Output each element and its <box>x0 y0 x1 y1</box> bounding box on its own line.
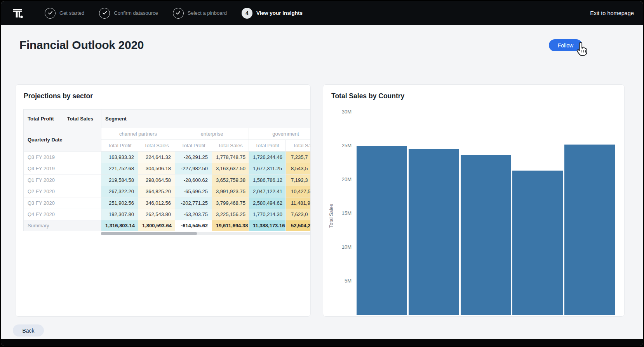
chart-panel: Total Sales by Country Total Sales 30M25… <box>323 84 625 317</box>
sub-column-header: Total Sa <box>286 140 311 152</box>
app-window: Get startedConfirm datasourceSelect a pi… <box>0 0 644 347</box>
sub-column-header: Total Sales <box>212 140 249 152</box>
table-cell[interactable]: -227,982.50 <box>175 163 212 174</box>
measure-name: Total Profit <box>28 116 54 122</box>
step-check-icon <box>173 8 184 19</box>
table-row: Q1 FY 2020219,584.58298,064.58-28,600.62… <box>24 174 311 186</box>
summary-cell[interactable]: 19,611,694.38 <box>212 220 249 231</box>
top-nav-bar: Get startedConfirm datasourceSelect a pi… <box>1 1 643 25</box>
segment-group-header: enterprise <box>175 128 249 140</box>
y-axis-tick-label: 30M <box>330 109 352 115</box>
table-cell[interactable]: 3,652,759.38 <box>212 174 249 186</box>
projections-panel: Projections by sector Total ProfitTotal … <box>15 84 311 317</box>
table-cell[interactable]: -65,696.25 <box>175 186 212 197</box>
follow-button[interactable]: Follow <box>549 39 582 51</box>
wizard-step-label: Get started <box>59 10 84 16</box>
table-cell[interactable]: 364,825.20 <box>138 186 175 197</box>
table-cell[interactable]: 1,677,311.25 <box>249 163 286 174</box>
summary-cell[interactable]: 11,388,173.16 <box>249 220 286 231</box>
sub-column-header: Total Profit <box>249 140 286 152</box>
bar-5[interactable] <box>564 145 615 315</box>
wizard-steps: Get startedConfirm datasourceSelect a pi… <box>45 1 303 25</box>
step-number: 4 <box>242 8 252 19</box>
table-row: Q4 FY 2020192,307.80262,543.80-63,203.75… <box>24 209 311 220</box>
table-cell[interactable]: 3,799,468.75 <box>212 197 249 209</box>
table-row: Q3 FY 2020251,902.56346,012.56-202,771.2… <box>24 197 311 209</box>
step-check-icon <box>45 8 56 19</box>
table-cell[interactable]: 2,047,122.41 <box>249 186 286 197</box>
table-row: Q4 FY 2019221,752.68304,506.18-227,982.5… <box>24 163 311 174</box>
table-cell[interactable]: 267,322.20 <box>101 186 138 197</box>
row-label[interactable]: Summary <box>24 220 101 231</box>
thoughtspot-logo-icon <box>11 6 25 20</box>
horizontal-scrollbar-thumb[interactable] <box>101 232 197 235</box>
table-cell[interactable]: 2,580,494.62 <box>249 197 286 209</box>
table-cell[interactable]: -63,203.75 <box>175 209 212 220</box>
table-cell[interactable]: 192,307.80 <box>101 209 138 220</box>
segment-group-header: government <box>249 128 311 140</box>
table-cell[interactable]: 3,991,923.75 <box>212 186 249 197</box>
row-label[interactable]: Q3 FY 2020 <box>24 197 101 209</box>
bar-3[interactable] <box>461 155 511 315</box>
row-label[interactable]: Q1 FY 2020 <box>24 174 101 186</box>
y-axis-tick-label: 5M <box>330 278 352 284</box>
table-cell[interactable]: 7,235,7 <box>286 152 311 163</box>
wizard-step-3[interactable]: Select a pinboard <box>173 8 227 19</box>
measure-name: Total Sales <box>67 116 94 122</box>
table-cell[interactable]: 1,586,786.12 <box>249 174 286 186</box>
y-axis-tick-label: 25M <box>330 143 352 148</box>
y-axis-tick-label: 10M <box>330 244 352 250</box>
y-axis-tick-label: 20M <box>330 176 352 182</box>
table-cell[interactable]: 10,427,5 <box>286 186 311 197</box>
table-cell[interactable]: 262,543.80 <box>138 209 175 220</box>
row-label[interactable]: Q4 FY 2019 <box>24 163 101 174</box>
table-cell[interactable]: 3,163,637.50 <box>212 163 249 174</box>
summary-cell[interactable]: 1,316,803.14 <box>101 220 138 231</box>
table-cell[interactable]: 219,584.58 <box>101 174 138 186</box>
table-cell[interactable]: 346,012.56 <box>138 197 175 209</box>
table-cell[interactable]: 221,752.68 <box>101 163 138 174</box>
table-cell[interactable]: 8,543,5 <box>286 163 311 174</box>
horizontal-scrollbar-track[interactable] <box>101 232 311 235</box>
bottom-frame-bar <box>1 339 643 346</box>
bar-4[interactable] <box>512 171 563 315</box>
table-cell[interactable]: 1,726,244.46 <box>249 152 286 163</box>
wizard-step-1[interactable]: Get started <box>45 8 84 19</box>
wizard-step-4[interactable]: 4View your insights <box>242 8 303 19</box>
row-label[interactable]: Q4 FY 2020 <box>24 209 101 220</box>
bar-1[interactable] <box>357 146 407 315</box>
bar-2[interactable] <box>409 149 459 315</box>
table-cell[interactable]: 7,192,3 <box>286 174 311 186</box>
back-button[interactable]: Back <box>13 324 44 337</box>
exit-to-homepage-link[interactable]: Exit to homepage <box>590 1 634 25</box>
table-cell[interactable]: 3,225,156.25 <box>212 209 249 220</box>
table-cell[interactable]: -28,600.62 <box>175 174 212 186</box>
table-cell[interactable]: 224,641.32 <box>138 152 175 163</box>
segment-group-header: channel partners <box>101 128 175 140</box>
sub-column-header: Total Sales <box>138 140 175 152</box>
sub-column-header: Total Profit <box>101 140 138 152</box>
wizard-step-2[interactable]: Confirm datasource <box>99 8 158 19</box>
segment-column-header: Segment <box>101 110 311 128</box>
wizard-step-label: Confirm datasource <box>114 10 158 16</box>
table-cell[interactable]: 298,064.58 <box>138 174 175 186</box>
table-cell[interactable]: 11,481,9 <box>286 197 311 209</box>
projections-pivot-table: Total ProfitTotal SalesSegmentQuarterly … <box>23 109 311 231</box>
table-cell[interactable]: 7,623,0 <box>286 209 311 220</box>
summary-cell[interactable]: 1,800,593.64 <box>138 220 175 231</box>
summary-cell[interactable]: 52,504,2 <box>286 220 311 231</box>
table-cell[interactable]: -26,291.25 <box>175 152 212 163</box>
table-cell[interactable]: 163,933.32 <box>101 152 138 163</box>
table-row: Q3 FY 2019163,933.32224,641.32-26,291.25… <box>24 152 311 163</box>
row-label[interactable]: Q3 FY 2019 <box>24 152 101 163</box>
table-cell[interactable]: 304,506.18 <box>138 163 175 174</box>
sub-column-header: Total Profit <box>175 140 212 152</box>
panel-title-projections: Projections by sector <box>24 92 93 100</box>
table-cell[interactable]: 1,770,214.30 <box>249 209 286 220</box>
table-cell[interactable]: 251,902.56 <box>101 197 138 209</box>
table-cell[interactable]: -202,771.25 <box>175 197 212 209</box>
row-label[interactable]: Q2 FY 2020 <box>24 186 101 197</box>
table-cell[interactable]: 1,778,748.75 <box>212 152 249 163</box>
page-title: Financial Outlook 2020 <box>19 38 144 52</box>
summary-cell[interactable]: -614,545.62 <box>175 220 212 231</box>
